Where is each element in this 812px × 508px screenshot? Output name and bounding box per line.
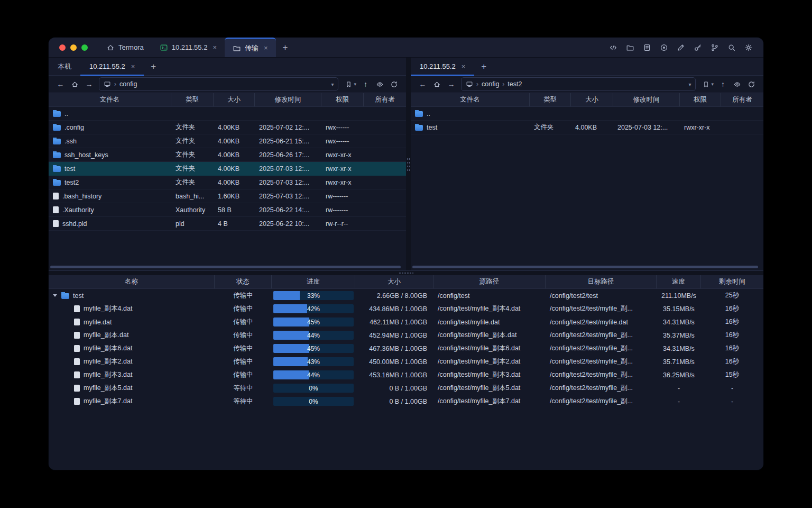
show-hidden-button[interactable] — [373, 78, 386, 90]
forward-button[interactable]: → — [82, 78, 96, 90]
table-row[interactable]: sshd.pid pid 4 B 2025-06-22 10:... rw-r-… — [49, 217, 406, 231]
transfer-row[interactable]: myfile_副本2.dat 传输中 43% 450.00MB / 1.00GB… — [49, 355, 763, 368]
transfer-row[interactable]: myfile_副本6.dat 传输中 45% 467.36MB / 1.00GB… — [49, 342, 763, 355]
home-button[interactable] — [68, 78, 81, 90]
record-icon[interactable] — [658, 41, 670, 54]
breadcrumb-segment[interactable]: config — [482, 80, 499, 88]
chevron-down-icon[interactable]: ▾ — [688, 81, 691, 87]
column-header[interactable]: 大小 — [214, 93, 255, 106]
column-header[interactable]: 所有者 — [721, 93, 763, 106]
new-main-tab-button[interactable]: + — [276, 38, 295, 57]
key-icon[interactable] — [691, 41, 704, 54]
tab-close-icon[interactable]: × — [131, 62, 135, 70]
tab-transfer[interactable]: 传输 × — [225, 38, 276, 57]
scrollbar-thumb[interactable] — [50, 266, 401, 268]
main-tab-bar: Termora 10.211.55.2 × 传输 × + — [98, 38, 295, 57]
minimize-window-button[interactable] — [70, 44, 77, 51]
column-header[interactable]: 文件名 — [411, 93, 530, 106]
bookmark-button[interactable]: ▾ — [700, 80, 715, 88]
column-header[interactable]: 进度 — [272, 275, 355, 288]
show-hidden-button[interactable] — [731, 78, 744, 90]
column-header[interactable]: 权限 — [680, 93, 721, 106]
horizontal-scrollbar[interactable] — [50, 266, 404, 268]
transfer-row[interactable]: myfile_副本5.dat 等待中 0% 0 B / 1.00GB /conf… — [49, 382, 763, 395]
tab-close-icon[interactable]: × — [462, 62, 466, 70]
eye-icon — [733, 80, 741, 88]
table-row[interactable]: test2 文件夹 4.00KB 2025-07-03 12:... rwxr-… — [49, 176, 406, 189]
transfers-splitter[interactable] — [49, 270, 763, 275]
tab-termora[interactable]: Termora — [98, 38, 152, 57]
table-row[interactable]: .Xauthority Xauthority 58 B 2025-06-22 1… — [49, 203, 406, 217]
upload-button[interactable]: ↑ — [716, 78, 730, 90]
path-breadcrumb[interactable]: › config › test2 ▾ — [461, 77, 696, 91]
splitter-grip-icon[interactable] — [407, 157, 410, 171]
tab-remote-host[interactable]: 10.211.55.2 × — [80, 58, 144, 75]
table-row-parent-dir[interactable]: .. — [49, 107, 406, 121]
column-header[interactable]: 状态 — [215, 275, 272, 288]
column-header[interactable]: 名称 — [49, 275, 215, 288]
table-row[interactable]: test 文件夹 4.00KB 2025-07-03 12:... rwxr-x… — [411, 121, 763, 134]
bookmark-button[interactable]: ▾ — [343, 80, 358, 88]
table-row[interactable]: .config 文件夹 4.00KB 2025-07-02 12:... rwx… — [49, 121, 406, 134]
code-icon[interactable] — [607, 41, 620, 54]
column-header[interactable]: 剩余时间 — [701, 275, 763, 288]
transfer-row[interactable]: test 传输中 33% 2.66GB / 8.00GB /config/tes… — [49, 289, 763, 302]
table-row[interactable]: .bash_history bash_hi... 1.60KB 2025-07-… — [49, 189, 406, 203]
path-breadcrumb[interactable]: › config ▾ — [99, 77, 338, 91]
column-header[interactable]: 文件名 — [49, 93, 171, 106]
column-header[interactable]: 权限 — [321, 93, 364, 106]
chevron-down-icon[interactable]: ▾ — [331, 81, 334, 87]
column-header[interactable]: 目标路径 — [546, 275, 657, 288]
transfer-row[interactable]: myfile_副本4.dat 传输中 42% 434.86MB / 1.00GB… — [49, 302, 763, 315]
table-row-selected[interactable]: test 文件夹 4.00KB 2025-07-03 12:... rwxr-x… — [49, 162, 406, 176]
column-header[interactable]: 修改时间 — [255, 93, 321, 106]
computer-icon — [104, 80, 111, 88]
column-header[interactable]: 类型 — [171, 93, 214, 106]
transfer-row[interactable]: myfile_副本7.dat 等待中 0% 0 B / 1.00GB /conf… — [49, 395, 763, 408]
folder-icon[interactable] — [624, 41, 636, 54]
settings-icon[interactable] — [742, 41, 755, 54]
refresh-button[interactable] — [387, 78, 401, 90]
column-header[interactable]: 所有者 — [364, 93, 406, 106]
tab-remote-host[interactable]: 10.211.55.2 × — [411, 58, 474, 75]
transfer-row[interactable]: myfile_副本.dat 传输中 44% 452.94MB / 1.00GB … — [49, 329, 763, 342]
transfer-row[interactable]: myfile_副本3.dat 传输中 44% 453.16MB / 1.00GB… — [49, 368, 763, 382]
back-button[interactable]: ← — [54, 78, 67, 90]
zoom-window-button[interactable] — [81, 44, 88, 51]
panel-splitter[interactable] — [406, 58, 411, 270]
search-icon[interactable] — [725, 41, 738, 54]
new-panel-tab-button[interactable]: + — [474, 58, 493, 75]
tab-host-terminal[interactable]: 10.211.55.2 × — [152, 38, 225, 57]
transfers-panel: 名称 状态 进度 大小 源路径 目标路径 速度 剩余时间 test 传输中 33… — [49, 275, 763, 470]
horizontal-scrollbar[interactable] — [412, 266, 762, 268]
table-row[interactable]: ssh_host_keys 文件夹 4.00KB 2025-06-26 17:.… — [49, 148, 406, 162]
column-header[interactable]: 大小 — [355, 275, 433, 288]
edit-icon[interactable] — [675, 41, 687, 54]
progress-bar: 44% — [273, 331, 354, 340]
table-row[interactable]: .ssh 文件夹 4.00KB 2025-06-21 15:... rwx---… — [49, 134, 406, 148]
close-window-button[interactable] — [59, 44, 66, 51]
column-header[interactable]: 速度 — [657, 275, 701, 288]
log-icon[interactable] — [641, 41, 653, 54]
tab-local[interactable]: 本机 — [49, 58, 80, 75]
column-header[interactable]: 大小 — [571, 93, 613, 106]
breadcrumb-segment[interactable]: test2 — [508, 80, 522, 88]
column-header[interactable]: 源路径 — [433, 275, 546, 288]
scrollbar-thumb[interactable] — [412, 266, 758, 268]
column-header[interactable]: 修改时间 — [613, 93, 680, 106]
collapse-chevron-icon[interactable] — [53, 294, 57, 297]
forward-button[interactable]: → — [445, 78, 458, 90]
table-row-parent-dir[interactable]: .. — [411, 107, 763, 121]
column-header[interactable]: 类型 — [530, 93, 571, 106]
branch-icon[interactable] — [708, 41, 721, 54]
breadcrumb-segment[interactable]: config — [119, 80, 137, 88]
transfer-row[interactable]: myfile.dat 传输中 45% 462.11MB / 1.00GB /co… — [49, 315, 763, 329]
home-button[interactable] — [430, 78, 444, 90]
new-panel-tab-button[interactable]: + — [144, 58, 163, 75]
splitter-grip-icon[interactable] — [399, 272, 413, 274]
tab-close-icon[interactable]: × — [264, 44, 268, 52]
back-button[interactable]: ← — [416, 78, 429, 90]
refresh-button[interactable] — [745, 78, 758, 90]
tab-close-icon[interactable]: × — [213, 43, 217, 51]
upload-button[interactable]: ↑ — [359, 78, 372, 90]
